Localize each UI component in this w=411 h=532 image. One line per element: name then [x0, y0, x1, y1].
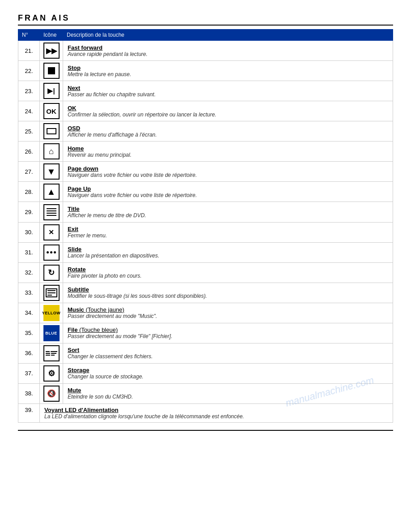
row-num: 33.	[18, 283, 40, 303]
header-icon: Icône	[40, 30, 63, 41]
row-icon: ▲	[40, 182, 63, 202]
table-row: 28. ▲ Page Up Naviguer dans votre fichie…	[18, 182, 393, 202]
desc-sub: Changer la source de stockage.	[68, 373, 390, 380]
row-icon: ▼	[40, 162, 63, 182]
storage-icon: ⚙	[43, 365, 60, 382]
row-num: 21.	[18, 41, 40, 61]
sort-icon	[43, 345, 60, 361]
row-desc: Slide Lancer la présentation en diaposit…	[63, 242, 393, 262]
row-desc: Storage Changer la source de stockage.	[63, 363, 393, 383]
row-desc: Page Up Naviguer dans votre fichier ou v…	[63, 182, 393, 202]
table-row: 31. Slide Lancer la présentation en diap…	[18, 242, 393, 262]
desc-title: Exit	[68, 226, 390, 232]
table-row: 27. ▼ Page down Naviguer dans votre fich…	[18, 162, 393, 182]
row-desc: Music (Touche jaune) Passer directement …	[63, 303, 393, 323]
desc-title: Page down	[68, 165, 390, 172]
row-num: 26.	[18, 142, 40, 162]
row-desc: File (Touche bleue) Passer directement a…	[63, 323, 393, 343]
row-num: 30.	[18, 222, 40, 242]
row-desc: Sort Changer le classement des fichiers.	[63, 343, 393, 363]
row-desc: OSD Afficher le menu d'affichage à l'écr…	[63, 121, 393, 142]
desc-sub: Modifier le sous-titrage (si les sous-ti…	[68, 293, 390, 299]
desc-sub: Avance rapide pendant la lecture.	[68, 51, 390, 57]
table-row: 25. OSD Afficher le menu d'affichage à l…	[18, 121, 393, 142]
row-num: 29.	[18, 202, 40, 223]
exit-icon: ✕	[43, 224, 60, 240]
row-num: 34.	[18, 303, 40, 323]
desc-title: Storage	[68, 367, 390, 373]
row-icon: ⌂	[40, 142, 63, 162]
row-num: 27.	[18, 162, 40, 182]
page-up-icon: ▲	[43, 184, 60, 200]
row-icon: 🔇	[40, 383, 63, 403]
fast-forward-icon: ▶▶	[43, 43, 60, 59]
desc-title: Stop	[68, 64, 390, 71]
row-num: 23.	[18, 81, 40, 101]
row-desc: Rotate Faire pivoter la photo en cours.	[63, 262, 393, 283]
header-num: N°	[18, 30, 40, 41]
table-row: 34. YELLOW Music (Touche jaune) Passer d…	[18, 303, 393, 323]
osd-icon	[43, 123, 60, 139]
table-row: 26. ⌂ Home Revenir au menu principal.	[18, 142, 393, 162]
desc-sub: Revenir au menu principal.	[68, 152, 390, 158]
row-num: 35.	[18, 323, 40, 343]
row-icon	[40, 242, 63, 262]
desc-title: Title	[68, 206, 390, 212]
header-desc: Description de la touche	[63, 30, 393, 41]
mute-icon: 🔇	[43, 386, 60, 402]
row-desc: Exit Fermer le menu.	[63, 222, 393, 242]
desc-sub: Mettre la lecture en pause.	[68, 71, 390, 77]
table-row: 35. BLUE File (Touche bleue) Passer dire…	[18, 323, 393, 343]
stop-icon	[43, 63, 60, 79]
desc-title: Sort	[68, 347, 390, 353]
desc-sub: La LED d'alimentation clignote lorsqu'un…	[44, 413, 388, 420]
desc-sub: Afficher le menu d'affichage à l'écran.	[68, 132, 390, 138]
table-row: 24. OK OK Confirmer la sélection, ouvrir…	[18, 101, 393, 121]
table-row: 30. ✕ Exit Fermer le menu.	[18, 222, 393, 242]
desc-sub: Naviguer dans votre fichier ou votre lis…	[68, 192, 390, 198]
table-row: 32. ↻ Rotate Faire pivoter la photo en c…	[18, 262, 393, 283]
page-title: FRAN AIS	[18, 13, 393, 26]
row-icon: YELLOW	[40, 303, 63, 323]
ok-icon: OK	[43, 103, 60, 119]
row-num: 39.	[18, 403, 40, 422]
desc-title: OSD	[68, 125, 390, 132]
row-num: 24.	[18, 101, 40, 121]
row-icon	[40, 121, 63, 142]
row-num: 37.	[18, 363, 40, 383]
row-icon	[40, 343, 63, 363]
title-icon	[43, 204, 60, 220]
row-icon: ▶▶	[40, 41, 63, 61]
row-desc-full: Voyant LED d'Alimentation La LED d'alime…	[40, 403, 393, 422]
row-icon: ✕	[40, 222, 63, 242]
table-row: 37. ⚙ Storage Changer la source de stock…	[18, 363, 393, 383]
home-icon: ⌂	[43, 143, 60, 159]
desc-sub: Changer le classement des fichiers.	[68, 353, 390, 360]
desc-title: File (Touche bleue)	[68, 326, 390, 333]
desc-sub: Fermer le menu.	[68, 232, 390, 239]
row-desc: OK Confirmer la sélection, ouvrir un rép…	[63, 101, 393, 121]
row-num: 36.	[18, 343, 40, 363]
row-desc: Home Revenir au menu principal.	[63, 142, 393, 162]
table-row: 39. Voyant LED d'Alimentation La LED d'a…	[18, 403, 393, 422]
page-down-icon: ▼	[43, 163, 60, 180]
row-icon	[40, 61, 63, 81]
desc-sub: Passer directement au mode "Music".	[68, 313, 390, 319]
row-num: 32.	[18, 262, 40, 283]
desc-title: Slide	[68, 246, 390, 253]
desc-title: Fast forward	[68, 44, 390, 51]
row-icon: ↻	[40, 262, 63, 283]
desc-title: Next	[68, 85, 390, 91]
desc-title: Mute	[68, 387, 390, 394]
table-row: 33. Subtitle Modifier le sous-titrage (s…	[18, 283, 393, 303]
desc-sub: Passer au fichier ou chapitre suivant.	[68, 91, 390, 98]
table-row: 36.	[18, 343, 393, 363]
row-num: 22.	[18, 61, 40, 81]
row-desc: Stop Mettre la lecture en pause.	[63, 61, 393, 81]
yellow-button-icon: YELLOW	[43, 305, 60, 321]
desc-title: OK	[68, 105, 390, 112]
desc-title: Subtitle	[68, 286, 390, 293]
desc-sub: Confirmer la sélection, ouvrir un répert…	[68, 112, 390, 118]
row-icon	[40, 283, 63, 303]
row-desc: Subtitle Modifier le sous-titrage (si le…	[63, 283, 393, 303]
